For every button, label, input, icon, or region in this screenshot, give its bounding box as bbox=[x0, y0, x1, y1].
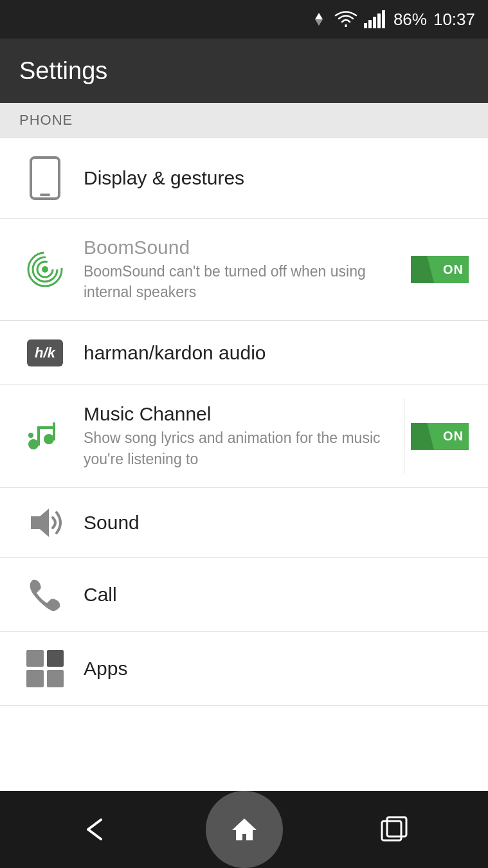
status-icons: 86% 10:37 bbox=[310, 10, 475, 30]
sound-icon bbox=[19, 506, 71, 539]
settings-header: Settings bbox=[0, 39, 488, 103]
time-text: 10:37 bbox=[433, 10, 475, 30]
svg-point-18 bbox=[28, 433, 33, 438]
svg-rect-2 bbox=[364, 23, 367, 28]
svg-rect-5 bbox=[377, 14, 381, 28]
svg-point-15 bbox=[44, 434, 54, 444]
wifi-icon bbox=[334, 10, 357, 28]
harman-kardon-title: harman/kardon audio bbox=[84, 342, 469, 364]
settings-item-harman-kardon[interactable]: h/k harman/kardon audio bbox=[0, 321, 488, 385]
apps-content: Apps bbox=[71, 658, 469, 680]
svg-marker-19 bbox=[31, 509, 49, 537]
apps-grid-cell-3 bbox=[26, 670, 44, 687]
settings-item-apps[interactable]: Apps bbox=[0, 632, 488, 706]
apps-grid-cell-1 bbox=[26, 650, 44, 667]
display-gestures-title: Display & gestures bbox=[84, 167, 469, 189]
music-channel-icon bbox=[19, 417, 71, 456]
nav-bar bbox=[0, 791, 488, 868]
battery-text: 86% bbox=[393, 10, 427, 30]
settings-list: Display & gestures BoomSound BoomSound c… bbox=[0, 138, 488, 706]
settings-item-call[interactable]: Call bbox=[0, 558, 488, 632]
music-channel-divider bbox=[404, 398, 404, 474]
harman-kardon-content: harman/kardon audio bbox=[71, 342, 469, 364]
svg-point-12 bbox=[42, 266, 48, 273]
boomsound-subtitle: BoomSound can't be turned off when using… bbox=[84, 261, 401, 302]
apps-grid-cell-2 bbox=[47, 650, 64, 667]
apps-icon bbox=[19, 650, 71, 687]
music-channel-subtitle: Show song lyrics and animation for the m… bbox=[84, 428, 401, 469]
settings-item-music-channel[interactable]: Music Channel Show song lyrics and anima… bbox=[0, 385, 488, 487]
hk-icon: h/k bbox=[19, 339, 71, 366]
page-title: Settings bbox=[19, 57, 107, 85]
signal-icon bbox=[364, 10, 387, 28]
svg-rect-6 bbox=[382, 10, 385, 28]
svg-rect-14 bbox=[37, 426, 40, 446]
sound-title: Sound bbox=[84, 512, 469, 534]
apps-title: Apps bbox=[84, 658, 469, 680]
music-channel-title: Music Channel bbox=[84, 403, 401, 425]
music-channel-toggle[interactable]: ON bbox=[411, 423, 469, 450]
boomsound-content: BoomSound BoomSound can't be turned off … bbox=[71, 237, 401, 302]
apps-grid bbox=[26, 650, 64, 687]
svg-point-13 bbox=[28, 439, 39, 449]
call-title: Call bbox=[84, 584, 469, 606]
display-gestures-content: Display & gestures bbox=[71, 167, 469, 189]
svg-rect-17 bbox=[37, 426, 55, 429]
home-button[interactable] bbox=[206, 791, 283, 868]
svg-marker-20 bbox=[232, 818, 257, 840]
call-content: Call bbox=[71, 584, 469, 606]
svg-rect-8 bbox=[40, 194, 50, 196]
sound-content: Sound bbox=[71, 512, 469, 534]
svg-rect-16 bbox=[53, 422, 55, 440]
settings-item-boomsound[interactable]: BoomSound BoomSound can't be turned off … bbox=[0, 219, 488, 321]
call-icon bbox=[19, 576, 71, 613]
recents-button[interactable] bbox=[368, 804, 420, 855]
back-button[interactable] bbox=[69, 804, 120, 855]
settings-item-display-gestures[interactable]: Display & gestures bbox=[0, 138, 488, 219]
status-bar: 86% 10:37 bbox=[0, 0, 488, 39]
svg-marker-1 bbox=[315, 19, 323, 26]
boomsound-title: BoomSound bbox=[84, 237, 401, 258]
svg-marker-0 bbox=[315, 13, 323, 19]
section-header-phone: PHONE bbox=[0, 103, 488, 138]
boomsound-toggle[interactable]: ON bbox=[411, 256, 469, 283]
music-channel-content: Music Channel Show song lyrics and anima… bbox=[71, 403, 401, 469]
hk-badge: h/k bbox=[27, 339, 63, 366]
svg-rect-7 bbox=[31, 158, 59, 199]
svg-rect-3 bbox=[368, 20, 372, 28]
boomsound-icon bbox=[19, 250, 71, 289]
settings-item-sound[interactable]: Sound bbox=[0, 488, 488, 558]
display-gestures-icon bbox=[19, 156, 71, 200]
section-label: PHONE bbox=[19, 112, 73, 128]
apps-grid-cell-4 bbox=[47, 670, 64, 687]
svg-rect-4 bbox=[373, 17, 376, 28]
data-transfer-icon bbox=[310, 10, 328, 28]
